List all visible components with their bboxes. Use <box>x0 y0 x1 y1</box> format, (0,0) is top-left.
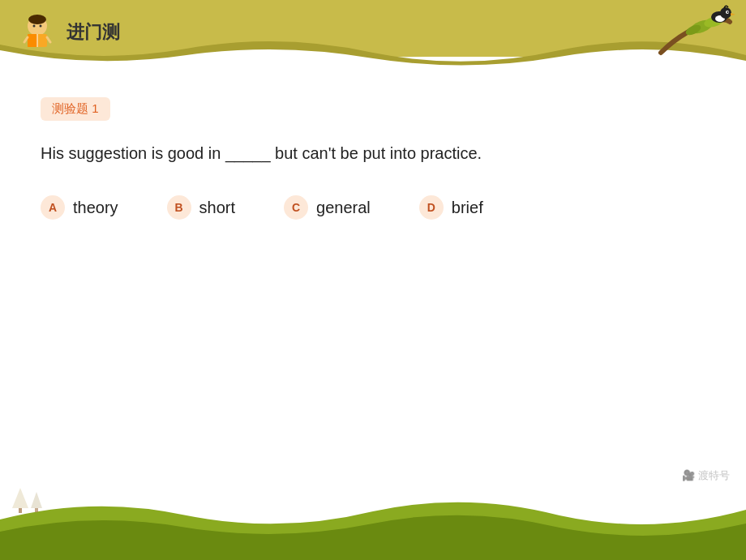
svg-marker-19 <box>12 488 28 508</box>
svg-rect-6 <box>28 34 37 47</box>
option-a[interactable]: A theory <box>41 195 118 220</box>
svg-point-4 <box>40 25 42 28</box>
main-content: 测验题 1 His suggestion is good in _____ bu… <box>0 81 746 236</box>
option-d-label: D <box>419 195 444 220</box>
mascot-icon <box>16 11 58 53</box>
svg-marker-21 <box>31 492 42 508</box>
option-b-text: short <box>199 199 235 217</box>
trees-decoration <box>8 484 57 519</box>
option-b-label: B <box>167 195 191 220</box>
svg-rect-18 <box>0 544 746 560</box>
svg-rect-20 <box>19 508 22 513</box>
svg-point-17 <box>727 11 729 13</box>
svg-line-9 <box>47 37 50 42</box>
bird-decoration <box>649 4 738 64</box>
options-row: A theory B short C general D brief <box>41 195 705 220</box>
svg-point-3 <box>33 25 36 28</box>
watermark: 🎥 渡特号 <box>682 468 730 483</box>
svg-point-2 <box>28 15 46 24</box>
option-b[interactable]: B short <box>167 195 235 220</box>
svg-rect-22 <box>35 508 38 512</box>
question-text: His suggestion is good in _____ but can'… <box>41 140 705 166</box>
option-c[interactable]: C general <box>284 195 371 220</box>
option-a-text: theory <box>73 199 118 217</box>
question-badge: 测验题 1 <box>41 97 110 121</box>
option-c-text: general <box>316 199 371 217</box>
option-a-label: A <box>41 195 65 220</box>
svg-point-15 <box>720 7 731 19</box>
option-d[interactable]: D brief <box>419 195 483 220</box>
app-title: 进门测 <box>66 20 120 45</box>
header: 进门测 <box>0 0 746 65</box>
svg-line-8 <box>24 37 28 42</box>
option-c-label: C <box>284 195 308 220</box>
option-d-text: brief <box>452 199 483 217</box>
